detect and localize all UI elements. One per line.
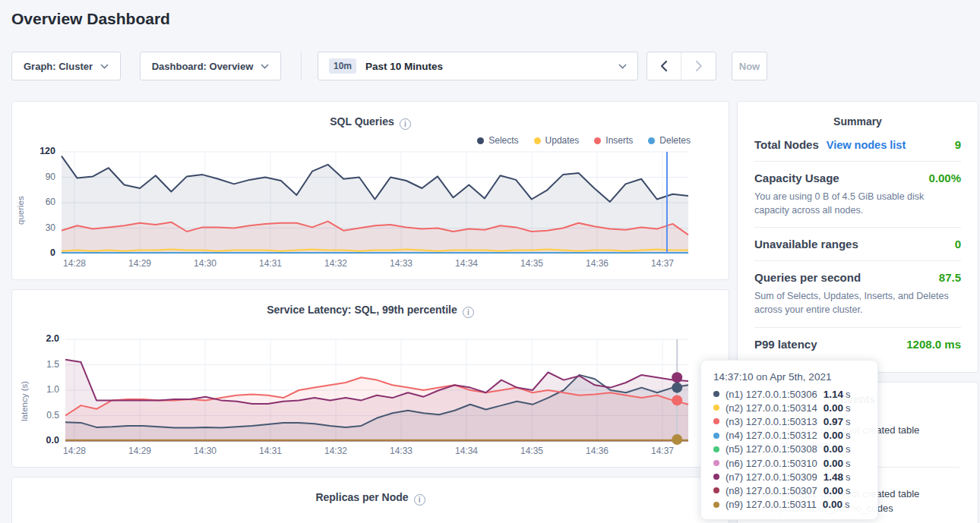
node-value: 0.00 [824,485,843,496]
chart-title-text: Replicas per Node [315,491,408,503]
x-tick-label: 14:34 [447,446,486,456]
node-dot-icon [713,474,719,480]
summary-row: Unavailable ranges0 [754,227,961,260]
x-tick-label: 14:32 [316,446,356,456]
node-label: (n5) 127.0.0.1:50308 [726,443,817,455]
y-tick-label: 120 [25,146,55,156]
chevron-down-icon [618,64,627,69]
node-dot-icon [713,460,719,466]
summary-rows: Total NodesView nodes list9Capacity Usag… [754,128,961,361]
chevron-down-icon [100,64,109,69]
summary-value: 1208.0 ms [906,338,961,351]
summary-row: Capacity Usage0.00%You are using 0 B of … [754,161,961,227]
x-tick-label: 14:29 [120,446,160,456]
node-label: (n1) 127.0.0.1:50306 [726,389,817,400]
node-value: 0.00 [824,443,843,455]
node-value: 1.48 [824,471,843,483]
node-value-unit: s [846,416,851,427]
summary-row: Total NodesView nodes list9 [754,128,961,161]
next-time-button[interactable] [681,52,716,80]
legend-item-updates[interactable]: Updates [534,135,580,146]
view-nodes-link[interactable]: View nodes list [827,139,906,151]
replicas-title: Replicas per Nodei [12,491,729,506]
latency-chart[interactable]: latency (s)0.00.51.01.52.014:2814:2914:3… [65,339,688,441]
hover-dot [672,372,682,383]
x-tick-label: 14:29 [120,258,160,269]
graph-dropdown[interactable]: Graph: Cluster [11,52,121,80]
node-value: 0.00 [824,430,843,441]
sql-legend: SelectsUpdatesInsertsDeletes [477,135,691,146]
x-tick-label: 14:31 [251,446,290,456]
summary-title: Summary [754,115,961,128]
summary-value: 0.00% [928,172,961,184]
legend-item-selects[interactable]: Selects [477,135,518,146]
tooltip-node-row: (n3) 127.0.0.1:503130.97s [713,414,865,428]
chart-plot[interactable] [62,152,688,254]
node-dot-icon [713,418,719,424]
node-value-unit: s [845,499,850,510]
y-axis-title: queries [16,178,25,225]
tooltip-node-row: (n8) 127.0.0.1:503070.00s [713,484,865,497]
chart-plot[interactable] [65,339,688,441]
info-icon[interactable]: i [400,118,411,130]
sql-queries-title: SQL Queriesi [12,115,729,130]
tooltip-time: 14:37:10 [713,371,754,383]
legend-label: Updates [545,135,580,146]
legend-label: Inserts [605,135,633,146]
sql-queries-chart[interactable]: queries030609012014:2814:2914:3014:3114:… [62,152,688,254]
legend-dot-icon [534,137,541,144]
summary-value: 0 [955,238,961,250]
summary-row-head: Unavailable ranges0 [754,238,961,250]
legend-item-deletes[interactable]: Deletes [648,135,691,146]
prev-time-button[interactable] [647,52,681,80]
y-tick-label: 1.0 [29,384,59,395]
chart-title-text: SQL Queries [330,115,394,128]
y-tick-label: 90 [25,172,55,182]
node-dot-icon [713,433,719,439]
node-label: (n4) 127.0.0.1:50312 [726,430,817,441]
x-tick-label: 14:37 [643,446,682,456]
summary-value: 9 [955,138,961,151]
time-range-label: Past 10 Minutes [365,61,443,72]
chart-title-text: Service Latency: SQL, 99th percentile [267,304,457,316]
x-tick-label: 14:33 [381,258,421,269]
y-tick-label: 0 [25,247,55,258]
latency-panel: Service Latency: SQL, 99th percentilei l… [11,289,729,468]
tooltip-date: Apr 5th, 2021 [770,371,831,383]
node-value: 0.00 [824,402,843,414]
now-button-label: Now [739,61,760,72]
series-line [62,249,688,250]
info-icon[interactable]: i [414,494,425,506]
y-tick-label: 30 [25,222,55,233]
node-dot-icon [713,405,719,411]
summary-value: 87.5 [939,271,961,284]
summary-row-head: Total NodesView nodes list9 [754,138,961,151]
x-tick-label: 14:37 [643,258,682,269]
latency-title: Service Latency: SQL, 99th percentilei [12,304,729,318]
legend-label: Deletes [659,135,691,146]
dashboard-dropdown[interactable]: Dashboard: Overview [140,52,281,80]
node-value-unit: s [846,430,851,441]
summary-row-head: P99 latency1208.0 ms [754,338,961,351]
tooltip-node-row: (n1) 127.0.0.1:503061.14s [713,387,865,401]
graph-dropdown-label: Graph: Cluster [24,61,93,72]
page-title: Overview Dashboard [11,10,170,28]
summary-row: Queries per second87.5Sum of Selects, Up… [754,260,961,326]
legend-dot-icon [477,137,484,144]
x-tick-label: 14:36 [577,446,617,456]
y-tick-label: 0.5 [29,410,59,421]
info-icon[interactable]: i [463,307,474,318]
node-label: (n7) 127.0.0.1:50309 [726,471,817,483]
chart-hover-tooltip: 14:37:10 on Apr 5th, 2021 (n1) 127.0.0.1… [700,360,878,520]
node-label: (n9) 127.0.0.1:50311 [726,499,817,510]
summary-label: P99 latency [754,338,817,351]
node-dot-icon [713,502,719,508]
node-value-unit: s [846,389,851,400]
node-label: (n3) 127.0.0.1:50313 [726,416,817,427]
summary-row-head: Queries per second87.5 [754,271,961,284]
time-range-selector[interactable]: 10m Past 10 Minutes [318,52,638,80]
node-value: 1.14 [824,389,843,400]
now-button[interactable]: Now [732,52,767,80]
tooltip-timestamp: 14:37:10 on Apr 5th, 2021 [713,371,865,383]
legend-item-inserts[interactable]: Inserts [594,135,633,146]
